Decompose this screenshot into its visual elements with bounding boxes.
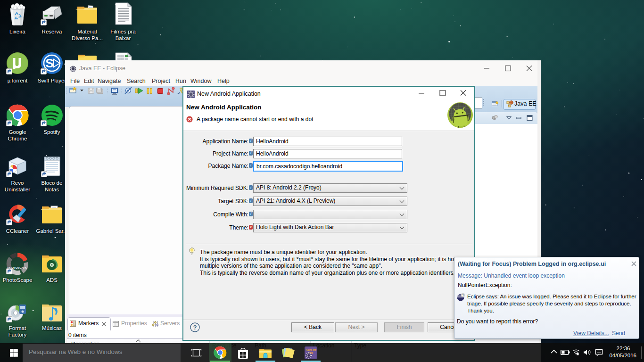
svg-text:?: ?	[462, 294, 464, 297]
svg-text:?: ?	[193, 324, 197, 331]
